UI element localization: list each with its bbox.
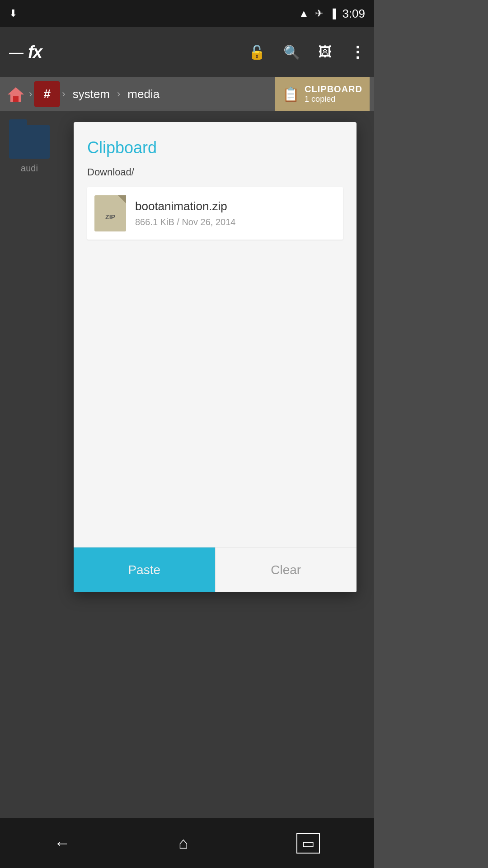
clipboard-breadcrumb[interactable]: 📋 CLIPBOARD 1 copied bbox=[275, 77, 370, 111]
modal-subtitle: Download/ bbox=[87, 166, 343, 178]
clipboard-board-icon: 📋 bbox=[282, 86, 299, 102]
clipboard-modal: Clipboard Download/ ZIP bootanimation.zi… bbox=[74, 122, 357, 592]
media-label: media bbox=[122, 87, 165, 101]
file-info: bootanimation.zip 866.1 KiB / Nov 26, 20… bbox=[135, 199, 235, 227]
search-icon[interactable]: 🔍 bbox=[283, 44, 300, 60]
recent-button[interactable]: ▭ bbox=[296, 835, 320, 852]
lock-icon[interactable]: 🔓 bbox=[249, 44, 265, 60]
home-button[interactable]: ⌂ bbox=[178, 834, 188, 853]
file-name: bootanimation.zip bbox=[135, 199, 235, 213]
breadcrumb-hash-item[interactable]: # bbox=[34, 77, 60, 111]
clipboard-title: CLIPBOARD bbox=[305, 84, 362, 94]
image-icon[interactable]: 🖼 bbox=[318, 44, 332, 60]
paste-button[interactable]: Paste bbox=[74, 547, 215, 592]
back-icon: ← bbox=[54, 834, 70, 852]
modal-title: Clipboard bbox=[87, 138, 343, 157]
status-bar-right: ▲ ✈ ▐ 3:09 bbox=[299, 7, 365, 21]
chevron-1: › bbox=[29, 88, 32, 100]
app-logo: fx bbox=[28, 42, 42, 62]
app-bar-icons: 🔓 🔍 🖼 ⋮ bbox=[249, 43, 365, 61]
clipboard-text-block: CLIPBOARD 1 copied bbox=[305, 84, 362, 104]
status-time: 3:09 bbox=[342, 7, 365, 21]
chevron-2: › bbox=[62, 88, 65, 100]
modal-buttons: Paste Clear bbox=[74, 547, 357, 592]
chevron-3: › bbox=[117, 88, 120, 100]
zip-icon: ZIP bbox=[94, 195, 126, 231]
bottom-nav: ← ⌂ ▭ bbox=[0, 818, 374, 868]
file-meta: 866.1 KiB / Nov 26, 2014 bbox=[135, 217, 235, 227]
breadcrumb-home-item[interactable] bbox=[5, 77, 27, 111]
breadcrumb-media-item[interactable]: media bbox=[122, 77, 165, 111]
breadcrumb-system-item[interactable]: system bbox=[67, 77, 115, 111]
airplane-icon: ✈ bbox=[315, 8, 323, 19]
svg-rect-1 bbox=[13, 96, 19, 102]
clipboard-copied: 1 copied bbox=[305, 94, 362, 104]
download-icon bbox=[9, 8, 17, 19]
system-label: system bbox=[67, 87, 115, 101]
app-logo-dash: — bbox=[9, 44, 23, 61]
app-bar: — fx 🔓 🔍 🖼 ⋮ bbox=[0, 27, 374, 77]
status-bar: ▲ ✈ ▐ 3:09 bbox=[0, 0, 374, 27]
hash-badge: # bbox=[34, 81, 60, 107]
status-bar-left bbox=[9, 8, 17, 19]
zip-label: ZIP bbox=[105, 213, 115, 221]
breadcrumb: › # › system › media 📋 CLIPBOARD 1 copie… bbox=[0, 77, 374, 111]
app-bar-left: — fx bbox=[9, 42, 42, 62]
file-item[interactable]: ZIP bootanimation.zip 866.1 KiB / Nov 26… bbox=[87, 187, 343, 240]
home-nav-icon: ⌂ bbox=[178, 834, 188, 852]
home-icon bbox=[7, 85, 25, 103]
modal-body: Clipboard Download/ ZIP bootanimation.zi… bbox=[74, 122, 357, 547]
recent-icon: ▭ bbox=[296, 833, 320, 854]
battery-icon: ▐ bbox=[329, 9, 336, 19]
clear-button[interactable]: Clear bbox=[215, 547, 357, 592]
back-button[interactable]: ← bbox=[54, 834, 70, 853]
wifi-icon: ▲ bbox=[299, 8, 309, 19]
more-vert-icon[interactable]: ⋮ bbox=[350, 43, 365, 61]
